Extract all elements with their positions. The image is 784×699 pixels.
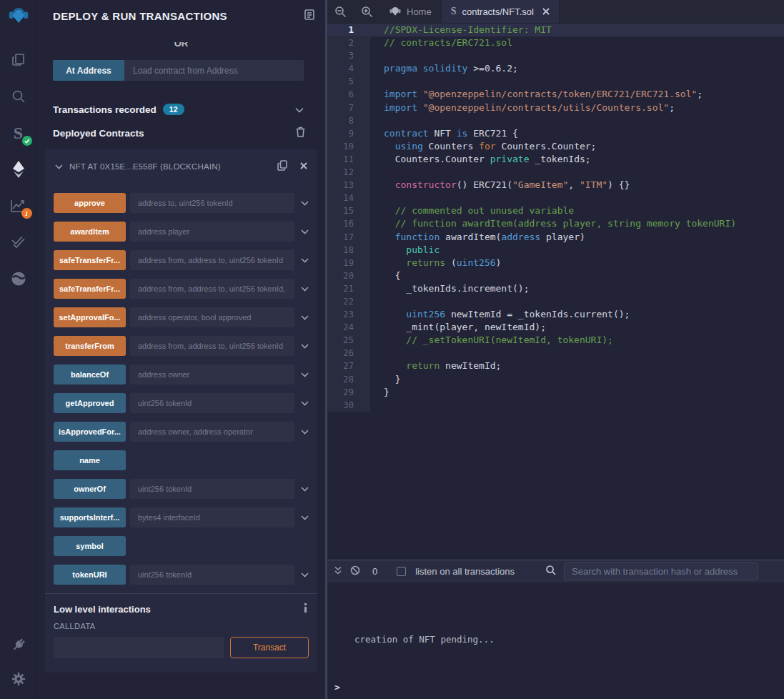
function-args-input[interactable]	[130, 507, 294, 527]
terminal-search-input[interactable]	[564, 562, 758, 580]
function-button-symbol[interactable]: symbol	[54, 536, 126, 556]
function-button-safetransferfr[interactable]: safeTransferFr...	[54, 250, 126, 270]
function-button-name[interactable]: name	[54, 450, 126, 470]
code-line[interactable]: 25 // _setTokenURI(newItemId, tokenURI);	[327, 334, 784, 347]
function-args-input[interactable]	[130, 279, 294, 299]
code-line[interactable]: 27 return newItemId;	[327, 360, 784, 372]
chevron-down-icon[interactable]	[294, 229, 309, 234]
calldata-input[interactable]	[54, 637, 224, 658]
chevron-down-icon[interactable]	[294, 344, 309, 349]
function-button-safetransferfr[interactable]: safeTransferFr...	[54, 279, 126, 299]
function-args-input[interactable]	[130, 365, 294, 385]
code-line[interactable]: 21 _tokenIds.increment();	[327, 282, 784, 295]
unit-testing-icon[interactable]	[9, 232, 29, 252]
search-icon[interactable]	[9, 86, 29, 106]
chevron-down-icon[interactable]	[294, 430, 309, 435]
code-line[interactable]: 14	[327, 192, 784, 204]
static-analysis-icon[interactable]: 1	[9, 196, 29, 216]
code-line[interactable]: 10 using Counters for Counters.Counter;	[327, 140, 784, 153]
function-args-input[interactable]	[130, 565, 294, 585]
code-line[interactable]: 4pragma solidity >=0.6.2;	[327, 62, 784, 75]
function-args-input[interactable]	[130, 422, 294, 442]
solidity-compiler-icon[interactable]: S	[9, 123, 29, 143]
code-line[interactable]: 20 {	[327, 269, 784, 282]
function-args-input[interactable]	[130, 193, 294, 213]
code-line[interactable]: 11 Counters.Counter private _tokenIds;	[327, 153, 784, 166]
tab-close-icon[interactable]	[542, 6, 550, 17]
deploy-run-icon[interactable]	[9, 159, 29, 179]
documentation-icon[interactable]	[304, 9, 314, 23]
chevron-down-icon[interactable]	[294, 287, 309, 292]
file-explorer-icon[interactable]	[9, 50, 29, 70]
at-address-input[interactable]	[124, 60, 304, 81]
tab-home[interactable]: Home	[380, 0, 442, 23]
deployed-contract-card: NFT AT 0X15E...E558F (BLOCKCHAIN) approv…	[45, 149, 317, 673]
function-args-input[interactable]	[130, 307, 294, 327]
function-args-input[interactable]	[130, 222, 294, 242]
code-line[interactable]: 7import "@openzeppelin/contracts/utils/C…	[327, 101, 784, 114]
trash-icon[interactable]	[296, 127, 305, 140]
settings-gear-icon[interactable]	[9, 669, 29, 689]
listen-all-checkbox[interactable]	[397, 567, 406, 576]
function-button-balanceof[interactable]: balanceOf	[54, 365, 126, 385]
function-button-getapproved[interactable]: getApproved	[54, 393, 126, 413]
code-line[interactable]: 23 uint256 newItemId = _tokenIds.current…	[327, 308, 784, 321]
zoom-in-icon[interactable]	[354, 0, 380, 23]
transact-button[interactable]: Transact	[230, 637, 309, 658]
function-button-tokenuri[interactable]: tokenURI	[54, 565, 126, 585]
chevron-down-icon[interactable]	[294, 515, 309, 520]
terminal-clear-icon[interactable]	[350, 565, 360, 578]
function-button-transferfrom[interactable]: transferFrom	[54, 336, 126, 356]
chevron-down-icon[interactable]	[294, 487, 309, 492]
function-args-input[interactable]	[130, 479, 294, 499]
function-button-isapprovedfor[interactable]: isApprovedFor...	[54, 422, 126, 442]
code-editor[interactable]: 1//SPDX-License-Identifier: MIT2// contr…	[327, 23, 784, 560]
code-line[interactable]: 2// contracts/ERC721.sol	[327, 36, 784, 49]
code-line[interactable]: 29}	[327, 386, 784, 399]
function-args-input[interactable]	[130, 393, 294, 413]
chevron-down-icon[interactable]	[294, 201, 309, 206]
code-line[interactable]: 17 function awardItem(address player)	[327, 231, 784, 244]
function-button-ownerof[interactable]: ownerOf	[54, 479, 126, 499]
code-line[interactable]: 13 constructor() ERC721("GameItem", "ITM…	[327, 179, 784, 192]
code-line[interactable]: 1//SPDX-License-Identifier: MIT	[327, 24, 784, 36]
function-button-approve[interactable]: approve	[54, 193, 126, 213]
info-icon[interactable]	[304, 603, 307, 615]
function-button-awarditem[interactable]: awardItem	[54, 222, 126, 242]
function-args-input[interactable]	[130, 250, 294, 270]
terminal-output[interactable]: creation of NFT pending... >	[327, 582, 784, 699]
code-line[interactable]: 30	[327, 399, 784, 412]
chevron-down-icon[interactable]	[294, 315, 309, 320]
close-icon[interactable]	[300, 162, 307, 171]
code-line[interactable]: 16 // function awardItem(address player,…	[327, 217, 784, 230]
code-line[interactable]: 24 _mint(player, newItemId);	[327, 321, 784, 334]
terminal-expand-icon[interactable]	[334, 565, 342, 578]
chevron-down-icon[interactable]	[294, 401, 309, 406]
code-line[interactable]: 9contract NFT is ERC721 {	[327, 127, 784, 140]
code-line[interactable]: 22	[327, 295, 784, 308]
sourcify-icon[interactable]	[9, 269, 29, 289]
chevron-down-icon[interactable]	[294, 258, 309, 263]
code-line[interactable]: 8	[327, 114, 784, 127]
plugin-manager-icon[interactable]	[9, 635, 29, 655]
chevron-down-icon[interactable]	[55, 162, 63, 171]
code-line[interactable]: 3	[327, 49, 784, 62]
code-line[interactable]: 19 returns (uint256)	[327, 257, 784, 269]
code-line[interactable]: 5	[327, 75, 784, 88]
code-line[interactable]: 26	[327, 347, 784, 360]
at-address-button[interactable]: At Address	[53, 60, 124, 81]
code-line[interactable]: 18 public	[327, 244, 784, 257]
chevron-down-icon[interactable]	[294, 372, 309, 377]
tab-nft-sol[interactable]: S contracts/NFT.sol	[442, 0, 560, 23]
function-button-setapprovalfo[interactable]: setApprovalFo...	[54, 307, 126, 327]
chevron-down-icon[interactable]	[294, 572, 309, 577]
function-button-supportsinterf[interactable]: supportsInterf...	[54, 507, 126, 527]
code-line[interactable]: 12	[327, 166, 784, 179]
code-line[interactable]: 28 }	[327, 373, 784, 386]
code-line[interactable]: 6import "@openzeppelin/contracts/token/E…	[327, 88, 784, 101]
zoom-out-icon[interactable]	[327, 0, 354, 23]
chevron-down-icon[interactable]	[295, 103, 304, 116]
copy-icon[interactable]	[277, 160, 287, 172]
function-args-input[interactable]	[130, 336, 294, 356]
code-line[interactable]: 15 // commented out unused variable	[327, 204, 784, 217]
